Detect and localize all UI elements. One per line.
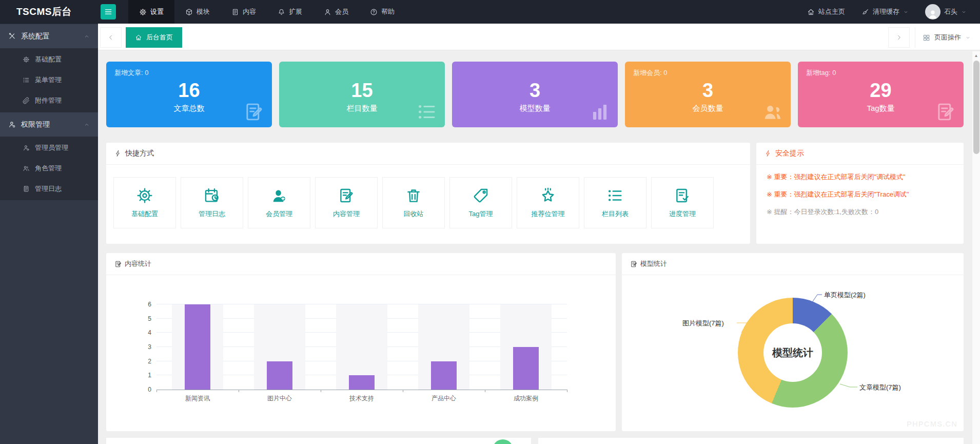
star-icon xyxy=(539,187,557,204)
admin-icon xyxy=(23,144,30,151)
sidebar-item-label: 角色管理 xyxy=(35,164,62,173)
document-icon xyxy=(231,8,239,16)
stat-card-models[interactable]: 3 模型数量 xyxy=(452,62,618,127)
quick-item-basic-config[interactable]: 基础配置 xyxy=(113,177,176,228)
top-menu-content[interactable]: 内容 xyxy=(221,0,267,24)
y-axis-tick-label: 4 xyxy=(133,329,151,336)
card-label: 栏目数量 xyxy=(287,104,437,113)
quick-item-admin-log[interactable]: 管理日志 xyxy=(181,177,243,228)
y-axis-tick-label: 1 xyxy=(133,372,151,379)
quick-panel-title: 快捷方式 xyxy=(125,149,154,158)
app-logo: TSCMS后台 xyxy=(0,0,98,24)
tab-scroll-right-button[interactable] xyxy=(888,27,910,48)
people-icon xyxy=(23,165,30,172)
quick-item-member-management[interactable]: 会员管理 xyxy=(248,177,310,228)
top-menu-label: 模块 xyxy=(197,7,210,16)
quick-item-label: 管理日志 xyxy=(199,209,225,219)
tab-scroll-left-button[interactable] xyxy=(100,27,122,48)
tools-icon xyxy=(8,32,16,40)
quick-item-recycle-bin[interactable]: 回收站 xyxy=(382,177,445,228)
doc-pen-icon xyxy=(114,260,122,268)
content-stats-panel: 内容统计 0123456新闻资讯图片中心技术支持产品中心成功案例 xyxy=(106,253,616,431)
site-home-link[interactable]: 站点主页 xyxy=(807,7,845,16)
top-menu-help[interactable]: 帮助 xyxy=(359,0,405,24)
stat-card-columns[interactable]: 15 栏目数量 xyxy=(279,62,445,127)
quick-item-label: 推荐位管理 xyxy=(532,209,565,219)
donut-label-article-model: 文章模型(7篇) xyxy=(859,383,901,392)
bar-技术支持 xyxy=(349,375,375,390)
sidebar-item-label: 基础配置 xyxy=(35,55,62,64)
watermark: PHPCMS.CN xyxy=(907,419,957,428)
list-icon xyxy=(416,101,438,123)
quick-item-tag-management[interactable]: Tag管理 xyxy=(449,177,512,228)
sidebar-item-menu-management[interactable]: 菜单管理 xyxy=(0,70,98,90)
top-menu-label: 设置 xyxy=(150,7,164,16)
scrollbar-thumb[interactable] xyxy=(973,61,979,154)
clear-cache-label: 清理缓存 xyxy=(873,7,899,16)
sidebar-section-system-config[interactable]: 系统配置 xyxy=(0,24,98,48)
quick-item-label: 会员管理 xyxy=(266,209,292,219)
stat-card-articles[interactable]: 新增文章: 0 16 文章总数 xyxy=(106,62,272,127)
stat-card-members[interactable]: 新增会员: 0 3 会员数量 xyxy=(625,62,791,127)
doc-pen-icon xyxy=(630,260,638,268)
bar-图片中心 xyxy=(267,361,292,390)
clear-cache-dropdown[interactable]: 清理缓存 xyxy=(861,7,909,16)
y-axis-tick-label: 5 xyxy=(133,315,151,322)
top-navbar: TSCMS后台 设置 模块 内容 扩展 会员 帮助 xyxy=(0,0,980,24)
quick-item-progress-management[interactable]: 进度管理 xyxy=(651,177,714,228)
model-stats-header: 模型统计 xyxy=(622,253,964,275)
question-icon xyxy=(370,8,378,16)
sidebar-item-basic-config[interactable]: 基础配置 xyxy=(0,49,98,70)
calendar-log-icon xyxy=(203,187,221,204)
page-operations-dropdown[interactable]: 页面操作 xyxy=(915,27,973,48)
gear-icon xyxy=(23,56,30,63)
quick-item-column-list[interactable]: 栏目列表 xyxy=(584,177,646,228)
top-menu: 设置 模块 内容 扩展 会员 帮助 xyxy=(128,0,405,24)
quick-panel-header: 快捷方式 xyxy=(106,143,750,165)
stat-card-tags[interactable]: 新增tag: 0 29 Tag数量 xyxy=(798,62,964,127)
avatar-person-icon xyxy=(927,8,938,20)
security-tips-panel: 安全提示 ※ 重要：强烈建议在正式部署后关闭"调试模式" ※ 重要：强烈建议在正… xyxy=(756,143,964,244)
sidebar-item-admin-log[interactable]: 管理日志 xyxy=(0,179,98,199)
y-axis-tick-label: 6 xyxy=(133,301,151,308)
top-menu-members[interactable]: 会员 xyxy=(313,0,359,24)
user-menu[interactable]: 石头 xyxy=(925,4,967,20)
sidebar-section-permissions[interactable]: 权限管理 xyxy=(0,112,98,137)
quick-item-recommend-management[interactable]: 推荐位管理 xyxy=(517,177,579,228)
top-menu-label: 帮助 xyxy=(381,7,395,16)
sidebar-item-role-management[interactable]: 角色管理 xyxy=(0,158,98,179)
sidebar-item-admin-management[interactable]: 管理员管理 xyxy=(0,138,98,158)
security-panel-title: 安全提示 xyxy=(775,149,804,158)
donut-center-label: 模型统计 xyxy=(772,346,813,360)
sidebar-toggle-button[interactable] xyxy=(101,4,116,20)
top-menu-settings[interactable]: 设置 xyxy=(128,0,174,24)
cube-icon xyxy=(185,8,193,16)
x-axis-category-label: 新闻资讯 xyxy=(156,394,239,403)
green-gauge-circle xyxy=(493,439,513,444)
tab-dashboard-home[interactable]: 后台首页 xyxy=(126,27,182,48)
top-menu-extensions[interactable]: 扩展 xyxy=(267,0,313,24)
grid-icon xyxy=(923,34,930,42)
quick-items: 基础配置 管理日志 会员管理 内容管理 xyxy=(106,165,750,228)
scrollbar-up-arrow[interactable]: ▲ xyxy=(972,51,980,60)
security-lines: ※ 重要：强烈建议在正式部署后关闭"调试模式" ※ 重要：强烈建议在正式部署后关… xyxy=(756,165,964,233)
sidebar-item-attachment-management[interactable]: 附件管理 xyxy=(0,90,98,111)
quick-item-content-management[interactable]: 内容管理 xyxy=(315,177,378,228)
broom-icon xyxy=(861,8,869,16)
doc-pen-icon xyxy=(338,187,355,204)
y-axis-tick-label: 3 xyxy=(133,343,151,351)
card-label: 文章总数 xyxy=(114,104,264,113)
vertical-scrollbar[interactable]: ▲ xyxy=(972,51,980,444)
doc-pen-icon xyxy=(935,101,956,123)
sidebar-submenu: 基础配置 菜单管理 附件管理 xyxy=(0,48,98,112)
users-icon xyxy=(762,101,783,123)
site-home-label: 站点主页 xyxy=(818,7,845,16)
bell-icon xyxy=(278,8,285,16)
stat-cards-row: 新增文章: 0 16 文章总数 15 栏目数量 3 模型数量 xyxy=(106,62,964,127)
top-menu-label: 扩展 xyxy=(289,7,302,16)
gear-icon xyxy=(139,8,147,16)
top-menu-modules[interactable]: 模块 xyxy=(174,0,221,24)
trash-icon xyxy=(405,187,422,204)
lightning-icon xyxy=(765,150,772,157)
card-label: 会员数量 xyxy=(633,104,782,113)
